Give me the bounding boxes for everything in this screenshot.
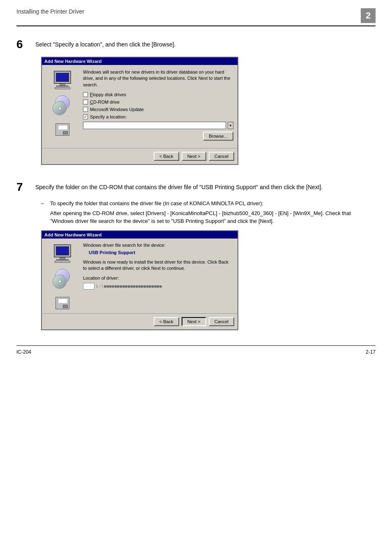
dialog1-description: Windows will search for new drivers in i… — [83, 69, 233, 88]
footer-left: IC-204 — [16, 349, 31, 355]
cd-stack-icon — [51, 95, 74, 120]
monitor-screen-2 — [56, 246, 69, 255]
monitor-base-2 — [56, 259, 69, 260]
checkbox-floppy-label: Floppy disk drives — [90, 92, 126, 97]
dialog1-content: Windows will search for new drivers in i… — [83, 69, 233, 144]
cancel-button-1[interactable]: Cancel — [209, 152, 234, 161]
computer-monitor-icon — [51, 71, 74, 91]
step7-section: 7 Specify the folder on the CD-ROM that … — [16, 181, 376, 330]
checkbox-cdrom[interactable] — [83, 100, 88, 104]
path-floppy-icon — [83, 283, 95, 290]
substep-content: To specify the folder that contains the … — [50, 199, 376, 225]
dialog2-content: Windows driver file search for the devic… — [83, 243, 233, 309]
dialog2-search-label: Windows driver file search for the devic… — [83, 243, 233, 248]
page-header: Installing the Printer Driver 2 — [16, 8, 376, 26]
dialog2-titlebar: Add New Hardware Wizard — [42, 231, 238, 239]
checkbox-winupdate[interactable] — [83, 107, 88, 112]
checkbox-winupdate-row[interactable]: Microsoft Windows Update — [83, 107, 233, 112]
checkbox-floppy[interactable] — [83, 92, 88, 97]
dialog1-icons — [46, 69, 79, 144]
substep-line1: To specify the folder that contains the … — [50, 199, 376, 208]
dialog2-title: Add New Hardware Wizard — [44, 232, 101, 237]
substep-dash: – — [41, 199, 47, 208]
footer-right: 2-17 — [366, 349, 376, 355]
dialog2-path-display: L:\■■■■■■■■■■■■■■■■■■■■■■ — [83, 283, 233, 290]
cd-stack-icon-2 — [51, 269, 74, 294]
step6-text: Select "Specify a location", and then cl… — [35, 39, 175, 49]
checkbox-cdrom-label: CD-ROM drive — [90, 100, 120, 104]
step7-substeps: – To specify the folder that contains th… — [41, 199, 376, 225]
monitor-screen — [56, 73, 69, 82]
floppy-slot — [63, 131, 68, 134]
checkbox-cdrom-row[interactable]: CD-ROM drive — [83, 100, 233, 104]
floppy-disk-icon — [55, 123, 69, 136]
dialog1-titlebar: Add New Hardware Wizard — [42, 58, 238, 65]
dialog2-footer: < Back Next > Cancel — [42, 313, 238, 329]
dialog2-box: Add New Hardware Wizard — [41, 230, 238, 330]
substep-line2: After opening the CD-ROM drive, select [… — [50, 209, 376, 225]
dialog1-body: Windows will search for new drivers in i… — [42, 65, 238, 148]
step7-number: 7 — [16, 181, 29, 193]
step6-section: 6 Select "Specify a location", and then … — [16, 39, 376, 165]
monitor-base — [56, 86, 69, 87]
floppy-slot-2 — [63, 305, 68, 308]
dialog2-location-label: Location of driver: — [83, 276, 233, 280]
back-button-2[interactable]: < Back — [154, 317, 179, 326]
dialog1-title: Add New Hardware Wizard — [44, 59, 101, 64]
browse-row: Browse... — [83, 132, 233, 141]
dialog1-footer: < Back Next > Cancel — [42, 148, 238, 164]
page-footer: IC-204 2-17 — [16, 345, 376, 355]
dialog2-device-name: USB Printing Support — [89, 250, 233, 255]
next-button-1[interactable]: Next > — [182, 152, 206, 161]
checkbox-location[interactable] — [83, 114, 88, 119]
path-text: L:\■■■■■■■■■■■■■■■■■■■■■■ — [96, 284, 162, 288]
location-input-row: ▼ — [83, 122, 233, 129]
location-text-input[interactable] — [83, 122, 226, 129]
checkbox-winupdate-label: Microsoft Windows Update — [90, 107, 144, 112]
floppy-label — [58, 125, 68, 130]
cd-disc-2b — [53, 275, 67, 289]
cd-hole-2 — [58, 107, 61, 110]
checkbox-location-row[interactable]: Specify a location: — [83, 114, 233, 119]
cd-hole-2b — [58, 280, 61, 283]
step7-text: Specify the folder on the CD-ROM that co… — [35, 181, 323, 192]
keyboard-icon-2 — [55, 261, 70, 263]
keyboard-icon — [55, 87, 70, 89]
cancel-button-2[interactable]: Cancel — [209, 317, 234, 326]
chapter-badge: 2 — [361, 8, 376, 23]
dialog1-wrapper: Add New Hardware Wizard — [41, 57, 376, 165]
floppy-label-2 — [58, 299, 68, 303]
header-title: Installing the Printer Driver — [16, 8, 84, 15]
dialog2-icons — [46, 243, 79, 309]
step6-number: 6 — [16, 39, 29, 50]
dialog2-body: Windows driver file search for the devic… — [42, 239, 238, 313]
dialog1-box: Add New Hardware Wizard — [41, 57, 238, 165]
step6-row: 6 Select "Specify a location", and then … — [16, 39, 376, 50]
monitor-body — [54, 71, 71, 84]
checkbox-floppy-row[interactable]: Floppy disk drives — [83, 92, 233, 97]
checkbox-location-label: Specify a location: — [90, 114, 127, 119]
dialog2-description: Windows is now ready to install the best… — [83, 259, 233, 272]
dialog2-wrapper: Add New Hardware Wizard — [41, 230, 376, 330]
browse-button[interactable]: Browse... — [203, 132, 233, 141]
computer-monitor-icon-2 — [51, 244, 74, 265]
cd-disc-2 — [53, 101, 67, 115]
next-button-2[interactable]: Next > — [182, 317, 206, 326]
location-dropdown[interactable]: ▼ — [228, 122, 233, 129]
floppy-disk-icon-2 — [55, 297, 69, 309]
step7-row: 7 Specify the folder on the CD-ROM that … — [16, 181, 376, 193]
step7-substep: – To specify the folder that contains th… — [41, 199, 376, 225]
monitor-body-2 — [54, 244, 71, 257]
back-button-1[interactable]: < Back — [154, 152, 179, 161]
